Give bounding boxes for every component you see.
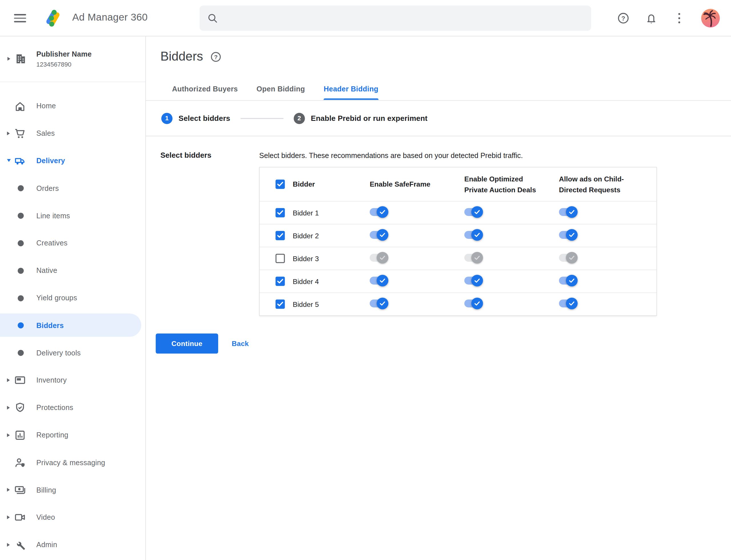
- sidebar-item-bidders[interactable]: Bidders: [0, 312, 145, 339]
- tab-open-bidding[interactable]: Open Bidding: [257, 85, 305, 100]
- step-2-label: Enable Prebid or run experiment: [311, 114, 428, 122]
- main-content: Bidders ? Authorized Buyers Open Bidding…: [146, 36, 731, 560]
- bidder-name: Bidder 5: [293, 300, 319, 308]
- optimized-deals-toggle[interactable]: [464, 299, 481, 307]
- search-input[interactable]: [225, 14, 584, 22]
- sidebar-item-admin[interactable]: Admin: [0, 531, 145, 559]
- publisher-name: Publisher Name: [36, 50, 92, 58]
- optimized-deals-toggle[interactable]: [464, 276, 481, 284]
- safeframe-toggle[interactable]: [370, 253, 387, 261]
- row-checkbox[interactable]: [276, 231, 285, 240]
- building-icon: [15, 52, 27, 65]
- sidebar-item-video[interactable]: Video: [0, 504, 145, 531]
- column-header-enable-safeframe: Enable SafeFrame: [368, 179, 462, 190]
- optimized-deals-toggle[interactable]: [464, 208, 481, 216]
- step-1-label: Select bidders: [179, 114, 230, 122]
- sidebar-item-creatives[interactable]: Creatives: [0, 229, 145, 257]
- child-directed-toggle[interactable]: [559, 299, 576, 307]
- page-help-icon[interactable]: ?: [210, 51, 221, 62]
- user-avatar[interactable]: [701, 9, 720, 27]
- top-bar: Ad Manager 360 ?: [0, 0, 731, 36]
- sidebar-item-home[interactable]: Home: [0, 92, 145, 120]
- svg-text:?: ?: [621, 15, 625, 22]
- more-options-icon[interactable]: [673, 12, 685, 24]
- section-label: Select bidders: [161, 151, 212, 159]
- video-camera-icon: [14, 511, 26, 523]
- child-directed-toggle[interactable]: [559, 276, 576, 284]
- search-icon: [207, 13, 218, 24]
- bidder-name: Bidder 4: [293, 277, 319, 285]
- top-actions: ?: [617, 0, 720, 36]
- hamburger-menu-icon[interactable]: [14, 13, 27, 24]
- sidebar-item-billing[interactable]: Billing: [0, 476, 145, 504]
- bidders-table: Bidder Enable SafeFrame Enable Optimized…: [259, 167, 657, 316]
- expand-caret-icon: [7, 378, 10, 382]
- sidebar-item-protections[interactable]: Protections: [0, 394, 145, 421]
- sidebar-item-orders[interactable]: Orders: [0, 175, 145, 202]
- sidebar-item-reporting[interactable]: Reporting: [0, 421, 145, 449]
- table-row: Bidder 3: [260, 247, 656, 270]
- step-connector: [241, 118, 283, 119]
- sidebar-item-privacy-messaging[interactable]: Privacy & messaging: [0, 449, 145, 476]
- step-1-number: 1: [161, 113, 173, 124]
- sidebar-item-delivery[interactable]: Delivery: [0, 147, 145, 175]
- back-button[interactable]: Back: [232, 333, 249, 353]
- svg-text:?: ?: [214, 54, 217, 60]
- bullet-icon: [18, 350, 24, 356]
- sidebar: Publisher Name 1234567890 Home Sales: [0, 36, 146, 560]
- step-2-number: 2: [294, 113, 305, 124]
- table-row: Bidder 1: [260, 201, 656, 224]
- optimized-deals-toggle[interactable]: [464, 231, 481, 239]
- sidebar-item-yield-groups[interactable]: Yield groups: [0, 284, 145, 312]
- banknote-icon: [14, 484, 26, 496]
- search-bar[interactable]: [200, 6, 591, 31]
- ad-manager-logo-icon[interactable]: [42, 7, 63, 29]
- collapse-caret-icon: [7, 159, 11, 162]
- row-checkbox[interactable]: [276, 254, 285, 263]
- tab-authorized-buyers[interactable]: Authorized Buyers: [172, 85, 238, 100]
- header-checkbox[interactable]: [276, 180, 285, 189]
- ad-manager-app: Ad Manager 360 ?: [0, 0, 731, 560]
- row-checkbox[interactable]: [276, 277, 285, 286]
- expand-caret-icon: [7, 131, 10, 135]
- child-directed-toggle[interactable]: [559, 231, 576, 239]
- column-header-bidder: Bidder: [293, 179, 315, 190]
- bidder-name: Bidder 2: [293, 232, 319, 240]
- inventory-icon: [14, 374, 26, 386]
- expand-caret-icon: [7, 406, 10, 409]
- table-description: Select bidders. These recommendations ar…: [259, 152, 523, 160]
- palm-tree-avatar-image: [701, 9, 720, 27]
- sidebar-item-sales[interactable]: Sales: [0, 120, 145, 147]
- bullet-icon: [18, 185, 24, 191]
- publisher-selector[interactable]: Publisher Name 1234567890: [0, 36, 145, 82]
- expand-caret-icon: [7, 488, 10, 492]
- sidebar-item-delivery-tools[interactable]: Delivery tools: [0, 339, 145, 367]
- sidebar-nav: Home Sales Delivery: [0, 92, 145, 559]
- home-icon: [14, 100, 26, 112]
- wrench-icon: [14, 539, 26, 551]
- tab-header-bidding[interactable]: Header Bidding: [324, 85, 378, 100]
- bullet-icon: [18, 240, 24, 246]
- column-header-allow-ads-child-directed: Allow ads on Child-Directed Requests: [557, 173, 656, 195]
- row-checkbox[interactable]: [276, 299, 285, 309]
- publisher-id: 1234567890: [36, 61, 71, 68]
- sidebar-item-native[interactable]: Native: [0, 257, 145, 284]
- safeframe-toggle[interactable]: [370, 208, 387, 216]
- sidebar-item-line-items[interactable]: Line items: [0, 202, 145, 229]
- continue-button[interactable]: Continue: [156, 333, 218, 353]
- notifications-bell-icon[interactable]: [645, 12, 657, 24]
- step-1: 1 Select bidders: [161, 113, 230, 124]
- safeframe-toggle[interactable]: [370, 299, 387, 307]
- bullet-icon: [18, 295, 24, 301]
- sidebar-item-inventory[interactable]: Inventory: [0, 367, 145, 394]
- optimized-deals-toggle[interactable]: [464, 253, 481, 261]
- safeframe-toggle[interactable]: [370, 231, 387, 239]
- expand-caret-icon: [7, 515, 10, 519]
- safeframe-toggle[interactable]: [370, 276, 387, 284]
- cart-icon: [14, 127, 26, 139]
- child-directed-toggle[interactable]: [559, 253, 576, 261]
- row-checkbox[interactable]: [276, 208, 285, 217]
- expand-caret-icon: [7, 433, 10, 437]
- help-icon[interactable]: ?: [617, 12, 629, 24]
- child-directed-toggle[interactable]: [559, 208, 576, 216]
